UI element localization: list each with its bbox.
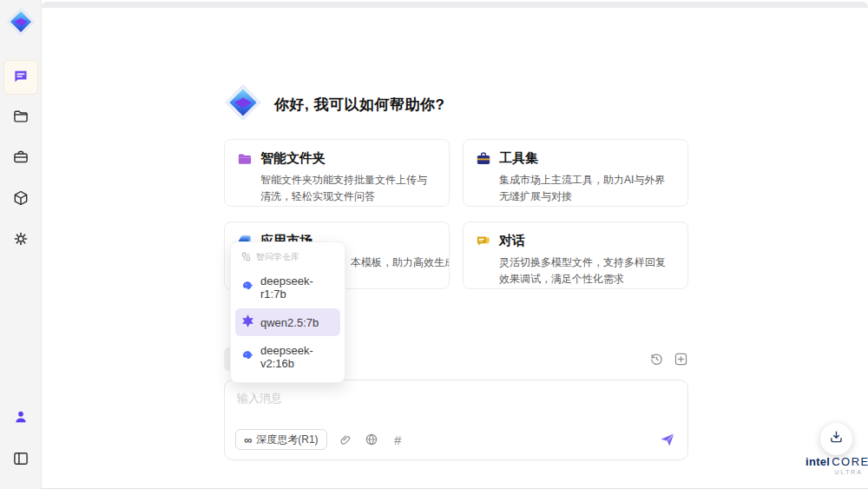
sidebar-item-folders[interactable] — [4, 102, 37, 135]
model-option-qwen[interactable]: qwen2.5:7b — [235, 308, 340, 336]
download-fab[interactable] — [820, 423, 852, 455]
sidebar-item-settings[interactable] — [4, 224, 37, 257]
card-desc: 集成市场上主流工具，助力AI与外界无缝扩展与对接 — [499, 172, 675, 204]
model-dropdown: 智问学仓库 deepseek-r1:7b — [230, 241, 345, 383]
greeting-logo-icon — [224, 83, 262, 125]
chat-input-box: ∞ 深度思考(R1) # — [224, 380, 688, 460]
sidebar-item-chat[interactable] — [4, 61, 37, 94]
panel-layout-icon — [12, 450, 30, 471]
folder-icon — [12, 108, 30, 129]
model-option-label: qwen2.5:7b — [260, 316, 319, 329]
gear-icon — [12, 230, 30, 251]
web-globe-icon[interactable] — [365, 433, 379, 447]
model-option-deepseek-v2[interactable]: deepseek-v2:16b — [235, 338, 340, 376]
sidebar — [0, 0, 42, 489]
sidebar-footer — [4, 402, 37, 477]
core-wordmark: CORE — [832, 455, 868, 468]
deepseek-icon — [241, 280, 254, 295]
briefcase-icon — [12, 149, 30, 169]
card-desc: 智能文件夹功能支持批量文件上传与清洗，轻松实现文件问答 — [260, 172, 437, 204]
cube-icon — [12, 189, 30, 210]
attachment-icon[interactable] — [339, 433, 353, 447]
send-button[interactable] — [658, 430, 677, 449]
user-icon — [12, 408, 30, 429]
deep-think-icon: ∞ — [244, 434, 252, 446]
chat-row-actions — [648, 352, 688, 367]
deep-think-toggle[interactable]: ∞ 深度思考(R1) — [235, 429, 327, 450]
smart-folder-icon — [237, 151, 253, 167]
app-window: 你好, 我可以如何帮助你? 智能文件夹 智能文件夹功能支持批量文件上传与清洗，轻… — [0, 0, 868, 489]
model-dropdown-header-label: 智问学仓库 — [256, 251, 299, 263]
sidebar-item-apps[interactable] — [4, 183, 37, 216]
conversation-icon — [476, 234, 491, 249]
chat-input-toolbar: ∞ 深度思考(R1) # — [235, 428, 677, 451]
window-top-strip — [42, 2, 868, 8]
main-area: 你好, 我可以如何帮助你? 智能文件夹 智能文件夹功能支持批量文件上传与清洗，轻… — [42, 0, 868, 489]
download-icon — [828, 429, 845, 449]
app-logo — [4, 5, 37, 38]
hash-icon[interactable]: # — [391, 433, 405, 447]
intel-wordmark: intel — [806, 455, 830, 468]
new-chat-icon[interactable] — [673, 352, 688, 367]
intel-tier-label: ultra — [806, 469, 868, 475]
intel-core-badge: intelCORE ultra — [806, 455, 868, 475]
model-option-label: deepseek-r1:7b — [260, 274, 334, 301]
qwen-icon — [241, 314, 254, 330]
toolset-icon — [476, 151, 491, 167]
card-smart-folder[interactable]: 智能文件夹 智能文件夹功能支持批量文件上传与清洗，轻松实现文件问答 — [224, 139, 450, 207]
card-title: 工具集 — [499, 150, 538, 167]
model-option-label: deepseek-v2:16b — [260, 344, 334, 370]
card-conversation[interactable]: 对话 灵活切换多模型文件，支持多样回复效果调试，满足个性化需求 — [463, 221, 688, 289]
chat-input[interactable] — [225, 380, 687, 422]
sidebar-nav — [4, 61, 37, 257]
model-option-deepseek-r1[interactable]: deepseek-r1:7b — [235, 268, 340, 307]
card-title: 智能文件夹 — [260, 150, 326, 167]
deepseek-icon — [241, 349, 254, 365]
history-icon[interactable] — [648, 352, 664, 367]
sidebar-item-account[interactable] — [4, 402, 37, 435]
chat-bubble-icon — [11, 67, 30, 89]
sidebar-item-collapse-panel[interactable] — [4, 444, 37, 477]
model-dropdown-header: 智问学仓库 — [235, 247, 340, 267]
greeting: 你好, 我可以如何帮助你? — [224, 83, 444, 125]
repository-icon — [241, 252, 251, 263]
card-desc: 灵活切换多模型文件，支持多样回复效果调试，满足个性化需求 — [499, 254, 675, 287]
card-toolset[interactable]: 工具集 集成市场上主流工具，助力AI与外界无缝扩展与对接 — [463, 139, 688, 207]
greeting-title: 你好, 我可以如何帮助你? — [274, 95, 444, 115]
deep-think-label: 深度思考(R1) — [256, 433, 318, 447]
sidebar-item-toolbox[interactable] — [4, 142, 37, 175]
card-title: 对话 — [499, 233, 525, 249]
